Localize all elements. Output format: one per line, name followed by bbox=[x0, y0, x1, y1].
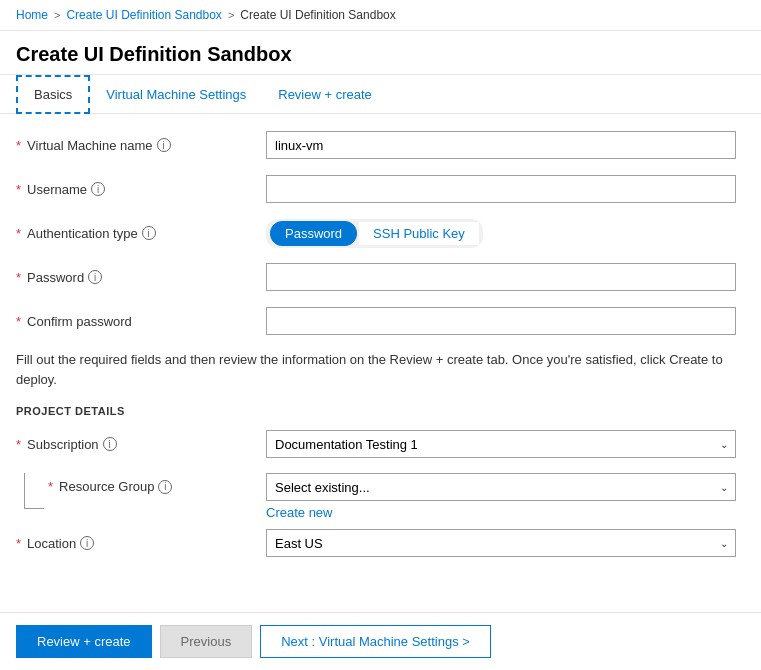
info-text: Fill out the required fields and then re… bbox=[16, 350, 745, 389]
subscription-select[interactable]: Documentation Testing 1 bbox=[266, 430, 736, 458]
username-required: * bbox=[16, 182, 21, 197]
rg-indent-container: * Resource Group i bbox=[16, 473, 266, 509]
rg-right: Select existing... ⌄ Create new bbox=[266, 473, 736, 520]
rg-info-icon[interactable]: i bbox=[158, 480, 172, 494]
location-label-text: Location bbox=[27, 536, 76, 551]
username-info-icon[interactable]: i bbox=[91, 182, 105, 196]
rg-indent-line bbox=[24, 473, 44, 509]
username-input[interactable] bbox=[266, 175, 736, 203]
create-new-link[interactable]: Create new bbox=[266, 505, 736, 520]
location-label: * Location i bbox=[16, 536, 266, 551]
rg-select[interactable]: Select existing... bbox=[266, 473, 736, 501]
subscription-label: * Subscription i bbox=[16, 437, 266, 452]
tab-review-create[interactable]: Review + create bbox=[262, 75, 388, 113]
rg-label-text: Resource Group bbox=[59, 479, 154, 494]
auth-type-info-icon[interactable]: i bbox=[142, 226, 156, 240]
subscription-label-text: Subscription bbox=[27, 437, 99, 452]
footer: Review + create Previous Next : Virtual … bbox=[0, 612, 761, 670]
project-details: PROJECT DETAILS * Subscription i Documen… bbox=[16, 405, 745, 558]
previous-button[interactable]: Previous bbox=[160, 625, 253, 658]
location-info-icon[interactable]: i bbox=[80, 536, 94, 550]
auth-type-label-text: Authentication type bbox=[27, 226, 138, 241]
tab-vm-settings[interactable]: Virtual Machine Settings bbox=[90, 75, 262, 113]
location-required: * bbox=[16, 536, 21, 551]
vm-name-info-icon[interactable]: i bbox=[157, 138, 171, 152]
auth-toggle: Password SSH Public Key bbox=[266, 219, 483, 248]
username-row: * Username i bbox=[16, 174, 745, 204]
breadcrumb-sep-2: > bbox=[228, 9, 234, 21]
next-button[interactable]: Next : Virtual Machine Settings > bbox=[260, 625, 491, 658]
subscription-info-icon[interactable]: i bbox=[103, 437, 117, 451]
location-select[interactable]: East US bbox=[266, 529, 736, 557]
username-label-text: Username bbox=[27, 182, 87, 197]
subscription-required: * bbox=[16, 437, 21, 452]
breadcrumb-sep-1: > bbox=[54, 9, 60, 21]
page-header: Create UI Definition Sandbox bbox=[0, 31, 761, 75]
rg-required: * bbox=[48, 479, 53, 494]
review-create-button[interactable]: Review + create bbox=[16, 625, 152, 658]
breadcrumb-home[interactable]: Home bbox=[16, 8, 48, 22]
confirm-password-label: * Confirm password bbox=[16, 314, 266, 329]
password-label-text: Password bbox=[27, 270, 84, 285]
tab-basics[interactable]: Basics bbox=[16, 75, 90, 114]
password-row: * Password i bbox=[16, 262, 745, 292]
password-input[interactable] bbox=[266, 263, 736, 291]
vm-name-input[interactable] bbox=[266, 131, 736, 159]
confirm-password-required: * bbox=[16, 314, 21, 329]
form-content: * Virtual Machine name i * Username i * … bbox=[0, 114, 761, 558]
vm-name-row: * Virtual Machine name i bbox=[16, 130, 745, 160]
password-label: * Password i bbox=[16, 270, 266, 285]
page-title: Create UI Definition Sandbox bbox=[16, 43, 745, 66]
password-info-icon[interactable]: i bbox=[88, 270, 102, 284]
confirm-password-row: * Confirm password bbox=[16, 306, 745, 336]
auth-type-required: * bbox=[16, 226, 21, 241]
auth-type-label: * Authentication type i bbox=[16, 226, 266, 241]
project-details-title: PROJECT DETAILS bbox=[16, 405, 745, 417]
subscription-row: * Subscription i Documentation Testing 1… bbox=[16, 429, 745, 459]
password-required: * bbox=[16, 270, 21, 285]
breadcrumb: Home > Create UI Definition Sandbox > Cr… bbox=[0, 0, 761, 31]
breadcrumb-create-sandbox[interactable]: Create UI Definition Sandbox bbox=[66, 8, 221, 22]
rg-label: * Resource Group i bbox=[48, 473, 172, 494]
vm-name-label-text: Virtual Machine name bbox=[27, 138, 153, 153]
auth-password-btn[interactable]: Password bbox=[270, 221, 357, 246]
breadcrumb-current: Create UI Definition Sandbox bbox=[240, 8, 395, 22]
username-label: * Username i bbox=[16, 182, 266, 197]
confirm-password-input[interactable] bbox=[266, 307, 736, 335]
subscription-select-wrapper: Documentation Testing 1 ⌄ bbox=[266, 430, 736, 458]
resource-group-row: * Resource Group i Select existing... ⌄ … bbox=[16, 473, 745, 520]
tabs-container: Basics Virtual Machine Settings Review +… bbox=[0, 75, 761, 114]
confirm-password-label-text: Confirm password bbox=[27, 314, 132, 329]
rg-select-wrapper: Select existing... ⌄ bbox=[266, 473, 736, 501]
vm-name-label: * Virtual Machine name i bbox=[16, 138, 266, 153]
auth-type-row: * Authentication type i Password SSH Pub… bbox=[16, 218, 745, 248]
location-select-wrapper: East US ⌄ bbox=[266, 529, 736, 557]
vm-name-required: * bbox=[16, 138, 21, 153]
location-row: * Location i East US ⌄ bbox=[16, 528, 745, 558]
auth-ssh-btn[interactable]: SSH Public Key bbox=[359, 222, 479, 245]
